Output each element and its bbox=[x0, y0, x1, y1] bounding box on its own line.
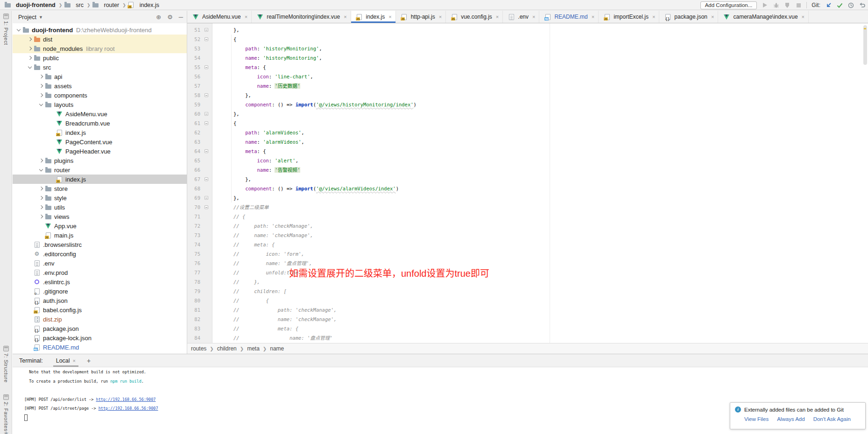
chevron-slot[interactable] bbox=[38, 169, 44, 171]
fold-marker-icon[interactable] bbox=[205, 65, 208, 69]
chevron-collapsed-icon[interactable] bbox=[39, 75, 43, 78]
tree-item[interactable]: router bbox=[13, 165, 187, 175]
code-line[interactable]: 81 // path: 'checkManage', bbox=[187, 305, 868, 315]
breadcrumb-node[interactable]: meta bbox=[247, 345, 260, 352]
editor-tab[interactable]: MDREADME.md× bbox=[539, 11, 599, 23]
tree-item[interactable]: PageContent.vue bbox=[13, 137, 187, 147]
chevron-collapsed-icon[interactable] bbox=[39, 205, 43, 209]
tree-item[interactable]: JSbabel.config.js bbox=[13, 305, 187, 315]
debug-bug-icon[interactable] bbox=[773, 2, 779, 8]
tree-item[interactable]: dist.zip bbox=[13, 315, 187, 324]
editor-tab[interactable]: JSindex.js× bbox=[351, 11, 396, 23]
editor-tab[interactable]: .env× bbox=[503, 11, 539, 23]
rollback-icon[interactable] bbox=[859, 2, 865, 8]
code-line[interactable]: 73 // name: 'checkManage', bbox=[187, 231, 868, 240]
fold-marker-icon[interactable] bbox=[205, 205, 208, 209]
editor-tab[interactable]: JShttp-api.js× bbox=[396, 11, 446, 23]
run-icon[interactable] bbox=[762, 2, 768, 8]
locate-file-icon[interactable]: ⊕ bbox=[156, 14, 161, 21]
tree-item[interactable]: style bbox=[13, 193, 187, 203]
tree-item[interactable]: public bbox=[13, 53, 187, 63]
scrollbar-thumb[interactable] bbox=[863, 25, 867, 65]
fold-gutter[interactable] bbox=[200, 147, 212, 156]
code-line[interactable]: 64 meta: { bbox=[187, 147, 868, 156]
tree-item[interactable]: utils bbox=[13, 203, 187, 212]
code-editor[interactable]: 51 },52 {53 path: 'historyMonitoring',54… bbox=[187, 23, 868, 343]
tool-button-favorites[interactable]: 2: Favorites bbox=[0, 394, 12, 431]
tree-item[interactable]: .browserslistrc bbox=[13, 240, 187, 249]
code-line[interactable]: 53 path: 'historyMonitoring', bbox=[187, 44, 868, 53]
tree-item[interactable]: store bbox=[13, 184, 187, 193]
code-line[interactable]: 60 }, bbox=[187, 109, 868, 119]
breadcrumb-node[interactable]: children bbox=[217, 345, 237, 352]
fold-marker-icon[interactable] bbox=[205, 112, 208, 116]
hide-panel-icon[interactable]: ─ bbox=[179, 14, 183, 21]
tool-button-star[interactable]: ★ bbox=[0, 431, 12, 434]
close-icon[interactable]: × bbox=[802, 14, 804, 20]
breadcrumb-node[interactable]: routes bbox=[191, 345, 206, 352]
editor-tab[interactable]: AsideMenu.vue× bbox=[187, 11, 252, 23]
fold-gutter[interactable] bbox=[200, 203, 212, 212]
chevron-collapsed-icon[interactable] bbox=[39, 84, 43, 88]
chevron-slot[interactable] bbox=[38, 206, 44, 209]
fold-marker-icon[interactable] bbox=[205, 196, 208, 200]
fold-gutter[interactable] bbox=[200, 193, 212, 203]
chevron-slot[interactable] bbox=[38, 196, 44, 199]
git-update-icon[interactable] bbox=[825, 2, 832, 8]
fold-gutter[interactable] bbox=[200, 35, 212, 44]
stop-icon[interactable] bbox=[795, 2, 802, 8]
history-clock-icon[interactable] bbox=[847, 2, 854, 8]
code-line[interactable]: 68 component: () => import('@/views/alar… bbox=[187, 184, 868, 193]
tree-item[interactable]: MDREADME.md bbox=[13, 343, 187, 352]
chevron-collapsed-icon[interactable] bbox=[39, 187, 43, 190]
chevron-collapsed-icon[interactable] bbox=[39, 159, 43, 162]
close-icon[interactable]: × bbox=[439, 14, 442, 20]
tree-item[interactable]: AsideMenu.vue bbox=[13, 109, 187, 119]
code-line[interactable]: 57 name: '历史数据' bbox=[187, 81, 868, 91]
fold-gutter[interactable] bbox=[200, 91, 212, 100]
code-line[interactable]: 72 // path: 'checkManage', bbox=[187, 221, 868, 231]
editor-tab[interactable]: JSvue.config.js× bbox=[446, 11, 503, 23]
terminal-link[interactable]: http://192.168.66.56:9007 bbox=[96, 397, 156, 402]
chevron-slot[interactable] bbox=[27, 47, 33, 50]
chevron-slot[interactable] bbox=[27, 67, 33, 68]
fold-gutter[interactable] bbox=[200, 109, 212, 119]
fold-gutter[interactable] bbox=[200, 119, 212, 128]
chevron-slot[interactable] bbox=[38, 94, 44, 97]
gear-icon[interactable]: ⚙ bbox=[167, 14, 173, 21]
breadcrumb-item[interactable]: duoji-frontend bbox=[4, 2, 56, 8]
code-line[interactable]: 71 // { bbox=[187, 212, 868, 221]
code-line[interactable]: 61 { bbox=[187, 119, 868, 128]
fold-gutter[interactable] bbox=[200, 25, 212, 35]
fold-marker-icon[interactable] bbox=[205, 177, 208, 181]
tree-item[interactable]: src bbox=[13, 63, 187, 72]
chevron-expanded-icon[interactable] bbox=[17, 27, 21, 31]
tree-item[interactable]: api bbox=[13, 72, 187, 81]
tree-item[interactable]: assets bbox=[13, 81, 187, 91]
fold-gutter[interactable] bbox=[200, 63, 212, 72]
code-line[interactable]: 59 component: () => import('@/views/hist… bbox=[187, 100, 868, 109]
breadcrumb-item[interactable]: router bbox=[92, 2, 119, 8]
code-line[interactable]: 80 // { bbox=[187, 296, 868, 305]
chevron-slot[interactable] bbox=[38, 75, 44, 78]
breadcrumb-item[interactable]: src bbox=[64, 2, 84, 8]
fold-marker-icon[interactable] bbox=[205, 28, 208, 32]
editor-tab[interactable]: cameraManage\index.vue× bbox=[718, 11, 809, 23]
editor-tab[interactable]: {}package.json× bbox=[659, 11, 718, 23]
close-icon[interactable]: × bbox=[245, 14, 247, 20]
code-line[interactable]: 66 name: '告警视频' bbox=[187, 165, 868, 175]
chevron-expanded-icon[interactable] bbox=[28, 64, 32, 68]
project-panel-title[interactable]: Project bbox=[18, 14, 36, 21]
tool-button-structure[interactable]: 7: Structure bbox=[0, 346, 12, 383]
close-icon[interactable]: × bbox=[532, 14, 535, 20]
terminal-tab-local[interactable]: Local × bbox=[51, 354, 80, 367]
tree-root-row[interactable]: duoji-frontendD:\zheheWeb\duoji-frontend bbox=[13, 25, 187, 35]
code-line[interactable]: 74 // meta: { bbox=[187, 240, 868, 249]
editor-tab[interactable]: JSimportExcel.js× bbox=[599, 11, 659, 23]
close-icon[interactable]: × bbox=[344, 14, 346, 20]
tree-item[interactable]: .env.prod bbox=[13, 268, 187, 277]
tree-item[interactable]: {}package.json bbox=[13, 324, 187, 333]
fold-marker-icon[interactable] bbox=[205, 93, 208, 97]
code-line[interactable]: 82 // name: 'checkManage', bbox=[187, 315, 868, 324]
chevron-expanded-icon[interactable] bbox=[39, 167, 43, 171]
